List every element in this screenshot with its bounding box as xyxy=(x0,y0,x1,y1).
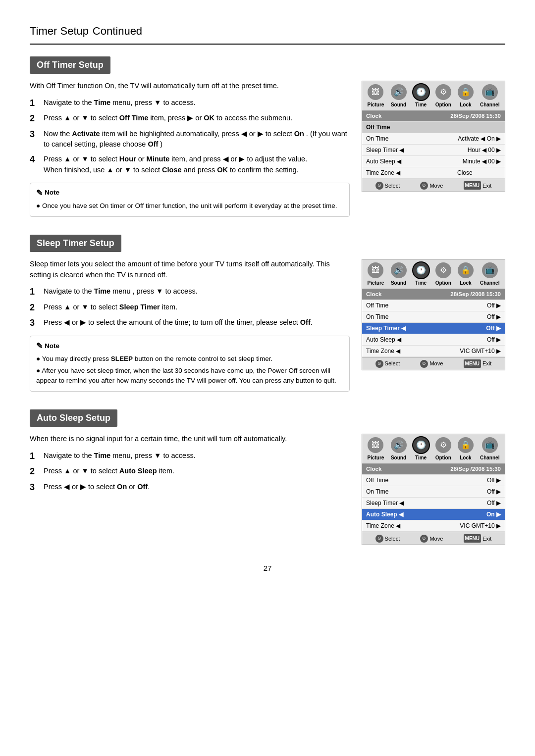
menu-icon-time: 🕐 Time xyxy=(413,84,429,108)
section-auto-sleep: Auto Sleep Setup When there is no signal… xyxy=(30,409,505,545)
menu-on-time-value: Off ▶ xyxy=(427,311,505,323)
title-continued: Continued xyxy=(93,25,142,37)
menu-off-time-label: Off Time xyxy=(362,300,427,311)
menu-header-row: Clock 28/Sep /2008 15:30 xyxy=(362,289,505,300)
note-item: Once you have set On timer or Off timer … xyxy=(36,201,343,211)
step-content: Press ◀ or ▶ to select On or Off. xyxy=(44,482,350,493)
option-icon: ⚙ xyxy=(435,84,451,100)
menu-table-off-timer: Clock 28/Sep /2008 15:30 Off Time On Tim… xyxy=(362,111,505,179)
menu-icon-option: ⚙ Option xyxy=(435,262,451,287)
menu-clock-label: Clock xyxy=(362,464,425,475)
menu-auto-sleep-value: On ▶ xyxy=(425,509,505,520)
menu-btn-icon: MENU xyxy=(464,534,481,543)
step-content: Navigate to the Time menu, press ▼ to ac… xyxy=(44,98,350,108)
section-header-auto-sleep: Auto Sleep Setup xyxy=(30,409,117,427)
auto-sleep-steps: 1 Navigate to the Time menu, press ▼ to … xyxy=(30,451,350,493)
menu-icon-time: 🕐 Time xyxy=(413,262,429,287)
menu-sleep-timer-value: Off ▶ xyxy=(425,498,505,509)
menu-off-time-value: Off ▶ xyxy=(427,300,505,311)
sound-icon: 🔊 xyxy=(391,262,407,278)
footer-select: ⊙ Select xyxy=(375,359,400,368)
step-num: 4 xyxy=(30,154,40,165)
menu-row: Off Time Off ▶ xyxy=(362,300,505,311)
channel-icon: 📺 xyxy=(482,84,498,100)
menu-row: Sleep Timer ◀ Off ▶ xyxy=(362,498,505,509)
menu-icon-picture: 🖼 Picture xyxy=(368,84,384,108)
step-num: 3 xyxy=(30,129,40,140)
picture-icon: 🖼 xyxy=(368,262,383,278)
step-num: 1 xyxy=(30,98,40,109)
menu-time-zone-value: VIC GMT+10 ▶ xyxy=(425,520,505,532)
lock-icon: 🔒 xyxy=(458,437,474,453)
section-text-auto-sleep: When there is no signal input for a cert… xyxy=(30,434,350,497)
menu-panel-off-timer: 🖼 Picture 🔊 Sound 🕐 Time ⚙ Option 🔒 xyxy=(362,81,505,192)
menu-row: On Time Off ▶ xyxy=(362,486,505,498)
step: 2 Press ▲ or ▼ to select Sleep Timer ite… xyxy=(30,302,350,313)
select-btn-icon: ⊙ xyxy=(375,182,383,190)
menu-row: Time Zone ◀ Close xyxy=(362,167,505,179)
step: 1 Navigate to the Time menu , press ▼ to… xyxy=(30,286,350,298)
menu-footer: ⊙ Select ⊙ Move MENU Exit xyxy=(362,179,505,192)
page-title: Timer Setup Continued xyxy=(30,20,505,45)
menu-row: Time Zone ◀ VIC GMT+10 ▶ xyxy=(362,346,505,357)
menu-icon-channel: 📺 Channel xyxy=(480,437,499,461)
section-off-timer: Off Timer Setup With Off Timer function … xyxy=(30,56,505,217)
time-icon: 🕐 xyxy=(413,84,429,100)
section-sleep-timer: Sleep Timer Setup Sleep timer lets you s… xyxy=(30,235,505,392)
auto-sleep-intro: When there is no signal input for a cert… xyxy=(30,434,350,445)
sleep-timer-note: ✎ Note You may directly press SLEEP butt… xyxy=(30,336,350,392)
menu-time-zone-label: Time Zone ◀ xyxy=(362,520,425,532)
title-main: Timer Setup xyxy=(30,25,89,37)
menu-off-time-label: Off Time xyxy=(362,122,505,133)
step: 3 Press ◀ or ▶ to select the amount of t… xyxy=(30,317,350,329)
menu-icon-option: ⚙ Option xyxy=(435,84,451,108)
sound-icon: 🔊 xyxy=(391,84,407,100)
step: 4 Press ▲ or ▼ to select Hour or Minute … xyxy=(30,154,350,176)
step: 1 Navigate to the Time menu, press ▼ to … xyxy=(30,451,350,462)
select-btn-icon: ⊙ xyxy=(375,535,383,543)
menu-sleep-timer-label: Sleep Timer ◀ xyxy=(362,498,425,509)
menu-icon-picture: 🖼 Picture xyxy=(368,437,384,461)
menu-row: Auto Sleep ◀ Minute ◀ 00 ▶ xyxy=(362,156,505,167)
move-btn-icon: ⊙ xyxy=(420,535,428,543)
menu-off-time-row: Off Time xyxy=(362,122,505,133)
menu-header-row: Clock 28/Sep /2008 15:30 xyxy=(362,464,505,475)
option-icon: ⚙ xyxy=(435,262,451,278)
menu-off-time-label: Off Time xyxy=(362,475,425,486)
menu-auto-sleep-label: Auto Sleep ◀ xyxy=(362,334,427,346)
step-num: 2 xyxy=(30,302,40,313)
lock-icon: 🔒 xyxy=(458,262,474,278)
note-item: You may directly press SLEEP button on t… xyxy=(36,354,343,364)
menu-clock-value: 28/Sep /2008 15:30 xyxy=(425,111,505,122)
note-title: ✎ Note xyxy=(36,187,343,199)
menu-icon-picture: 🖼 Picture xyxy=(368,262,384,287)
footer-select: ⊙ Select xyxy=(375,181,400,190)
menu-sleep-timer-label: Sleep Timer ◀ xyxy=(362,145,425,156)
section-header-sleep-timer: Sleep Timer Setup xyxy=(30,235,121,252)
footer-exit: MENU Exit xyxy=(464,359,492,368)
step-num: 1 xyxy=(30,451,40,462)
menu-icons-row: 🖼 Picture 🔊 Sound 🕐 Time ⚙ Option 🔒 xyxy=(362,259,505,289)
note-item: After you have set sleep timer, when the… xyxy=(36,366,343,386)
menu-time-zone-value: VIC GMT+10 ▶ xyxy=(427,346,505,357)
lock-icon: 🔒 xyxy=(458,84,474,100)
off-timer-note: ✎ Note Once you have set On timer or Off… xyxy=(30,183,350,217)
menu-panel-sleep-timer: 🖼 Picture 🔊 Sound 🕐 Time ⚙ Option 🔒 xyxy=(362,259,505,370)
step: 1 Navigate to the Time menu, press ▼ to … xyxy=(30,98,350,109)
step-num: 2 xyxy=(30,466,40,477)
menu-time-zone-label: Time Zone ◀ xyxy=(362,346,427,357)
menu-row: Off Time Off ▶ xyxy=(362,475,505,486)
picture-icon: 🖼 xyxy=(368,437,383,453)
menu-clock-label: Clock xyxy=(362,111,425,122)
menu-clock-label: Clock xyxy=(362,289,427,300)
menu-icon-lock: 🔒 Lock xyxy=(458,84,474,108)
menu-header-row: Clock 28/Sep /2008 15:30 xyxy=(362,111,505,122)
menu-sleep-timer-value: Off ▶ xyxy=(427,323,505,334)
menu-footer: ⊙ Select ⊙ Move MENU Exit xyxy=(362,357,505,370)
menu-icon-sound: 🔊 Sound xyxy=(391,84,407,108)
step-content: Now the Activate item will be highlighte… xyxy=(44,129,350,151)
menu-clock-value: 28/Sep /2008 15:30 xyxy=(425,464,505,475)
step-content: Press ▲ or ▼ to select Off Time item, pr… xyxy=(44,113,350,124)
menu-on-time-label: On Time xyxy=(362,133,425,145)
menu-btn-icon: MENU xyxy=(464,181,481,190)
